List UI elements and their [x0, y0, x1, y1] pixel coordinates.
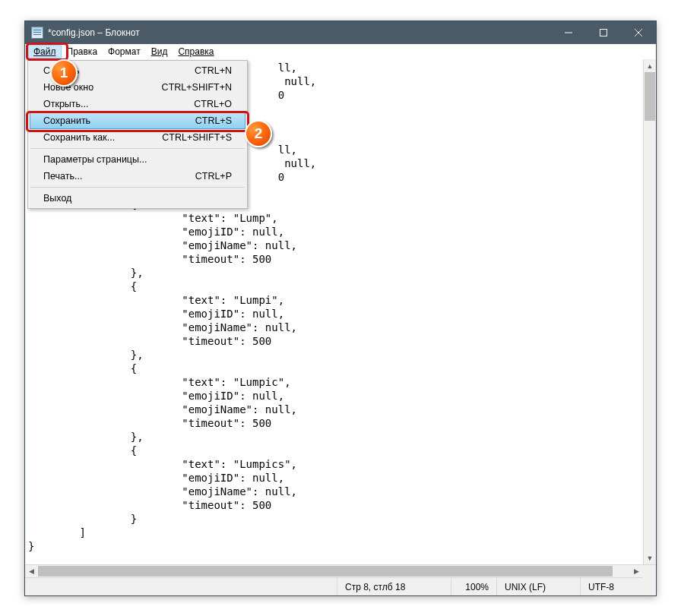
scroll-left-icon[interactable]: ◀ — [25, 565, 38, 578]
titlebar[interactable]: *config.json – Блокнот — [25, 21, 656, 44]
menu-item-exit[interactable]: Выход — [30, 190, 245, 207]
horizontal-scrollbar[interactable]: ◀ ▶ — [25, 564, 656, 577]
menu-item-page-setup[interactable]: Параметры страницы... — [30, 151, 245, 168]
menu-edit[interactable]: Правка — [62, 45, 103, 58]
status-eol: UNIX (LF) — [496, 578, 580, 595]
menu-item-print[interactable]: Печать... CTRL+P — [30, 168, 245, 185]
menu-file[interactable]: Файл — [28, 45, 62, 58]
menu-view[interactable]: Вид — [146, 45, 173, 58]
scroll-corner — [643, 565, 656, 578]
statusbar: Стр 8, стлб 18 100% UNIX (LF) UTF-8 — [25, 577, 656, 595]
close-button[interactable] — [621, 21, 656, 44]
menubar: Файл Правка Формат Вид Справка — [25, 44, 656, 59]
svg-rect-1 — [600, 30, 607, 36]
scroll-down-icon[interactable]: ▼ — [644, 551, 656, 564]
callout-badge-2: 2 — [245, 120, 272, 147]
window-title: *config.json – Блокнот — [48, 27, 140, 38]
notepad-icon — [31, 27, 43, 39]
scroll-right-icon[interactable]: ▶ — [630, 565, 643, 578]
menu-item-save[interactable]: Сохранить CTRL+S — [30, 112, 245, 129]
menu-separator — [30, 187, 245, 188]
menu-help[interactable]: Справка — [173, 45, 219, 58]
h-scroll-thumb[interactable] — [38, 566, 613, 577]
menu-separator — [30, 148, 245, 149]
scroll-thumb[interactable] — [645, 72, 655, 121]
vertical-scrollbar[interactable]: ▲ ▼ — [643, 59, 656, 564]
status-encoding: UTF-8 — [580, 578, 656, 595]
scroll-up-icon[interactable]: ▲ — [644, 59, 656, 72]
minimize-button[interactable] — [551, 21, 586, 44]
menu-format[interactable]: Формат — [103, 45, 146, 58]
menu-item-open[interactable]: Открыть... CTRL+O — [30, 96, 245, 112]
status-position: Стр 8, стлб 18 — [337, 578, 451, 595]
maximize-button[interactable] — [586, 21, 621, 44]
menu-item-save-as[interactable]: Сохранить как... CTRL+SHIFT+S — [30, 129, 245, 146]
status-zoom: 100% — [451, 578, 496, 595]
callout-badge-1: 1 — [50, 59, 78, 87]
